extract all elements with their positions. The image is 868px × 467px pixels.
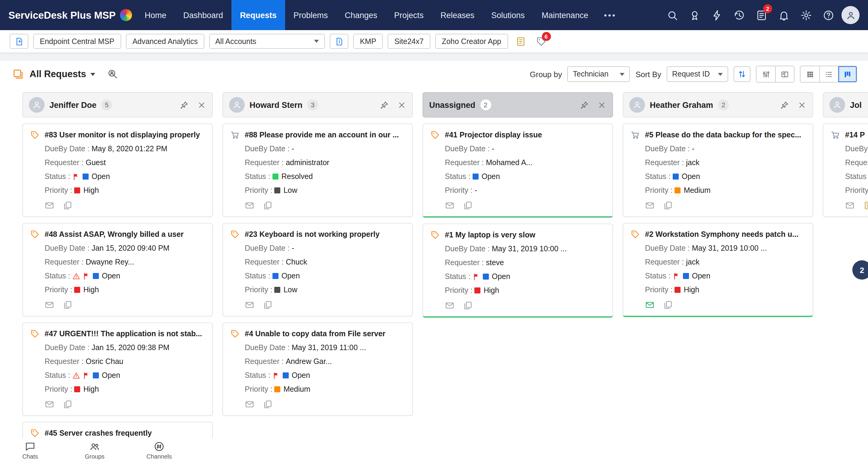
mail-icon[interactable] <box>44 400 54 409</box>
pin-icon[interactable] <box>580 100 589 110</box>
account-info-button[interactable] <box>330 34 348 49</box>
sort-by-dropdown[interactable]: Request ID <box>667 66 728 82</box>
pin-icon[interactable] <box>780 100 789 110</box>
mail-icon[interactable] <box>44 300 54 310</box>
add-document-button[interactable] <box>10 34 28 49</box>
user-avatar[interactable] <box>841 6 860 24</box>
dock-item-channels[interactable]: Channels <box>137 441 181 460</box>
card-title[interactable]: #83 User monitor is not displaying prope… <box>30 130 206 140</box>
request-card[interactable]: #48 Assist ASAP, Wrongly billed a user D… <box>22 223 213 316</box>
notes-button[interactable] <box>513 33 528 49</box>
card-title[interactable]: #4 Unable to copy data from File server <box>230 329 406 339</box>
close-icon[interactable] <box>397 100 406 110</box>
accounts-dropdown[interactable]: All Accounts <box>209 34 325 49</box>
nav-more-button[interactable]: ••• <box>597 10 624 20</box>
close-icon[interactable] <box>597 100 607 110</box>
advanced-analytics-button[interactable]: Advanced Analytics <box>126 34 204 49</box>
card-title[interactable]: #88 Please provide me an account in our … <box>230 130 406 140</box>
mail-icon[interactable] <box>645 300 655 310</box>
nav-item-requests[interactable]: Requests <box>231 0 285 30</box>
nav-item-maintenance[interactable]: Maintenance <box>533 0 597 30</box>
survey-icon[interactable]: 2 <box>752 6 770 24</box>
request-card[interactable]: #4 Unable to copy data from File server … <box>222 322 413 416</box>
copy-icon[interactable] <box>263 300 273 310</box>
dock-item-chats[interactable]: Chats <box>8 441 52 460</box>
copy-icon[interactable] <box>663 300 673 310</box>
view-title[interactable]: All Requests <box>30 69 86 80</box>
request-card[interactable]: #5 Please do the data backup for the spe… <box>623 124 813 217</box>
card-title[interactable]: #1 My laptop is very slow <box>430 230 607 240</box>
close-icon[interactable] <box>197 100 206 110</box>
tags-button[interactable]: 6 <box>533 33 549 49</box>
copy-icon[interactable] <box>463 301 472 310</box>
copy-icon[interactable] <box>63 400 72 409</box>
award-icon[interactable] <box>685 6 704 24</box>
card-title[interactable]: #48 Assist ASAP, Wrongly billed a user <box>30 229 206 239</box>
column-header[interactable]: Howard Stern 3 <box>222 92 413 118</box>
mail-icon[interactable] <box>245 201 254 210</box>
copy-icon[interactable] <box>663 201 673 210</box>
nav-item-solutions[interactable]: Solutions <box>483 0 533 30</box>
request-card[interactable]: #14 P DueBy Date : Requester : Status : … <box>823 124 868 217</box>
note-icon[interactable] <box>863 201 868 210</box>
card-title[interactable]: #14 P <box>831 130 868 140</box>
mail-icon[interactable] <box>845 201 855 210</box>
nav-item-dashboard[interactable]: Dashboard <box>175 0 231 30</box>
kmp-button[interactable]: KMP <box>353 34 383 49</box>
history-icon[interactable] <box>730 6 748 24</box>
mail-icon[interactable] <box>245 400 254 409</box>
mail-icon[interactable] <box>445 301 455 310</box>
request-card[interactable]: #23 Keyboard is not working properly Due… <box>222 223 413 316</box>
card-title[interactable]: #47 URGENT!!! The application is not sta… <box>30 329 206 339</box>
request-card[interactable]: #83 User monitor is not displaying prope… <box>22 124 213 217</box>
copy-icon[interactable] <box>263 201 273 210</box>
card-title[interactable]: #5 Please do the data backup for the spe… <box>630 130 807 140</box>
column-header[interactable]: Unassigned 2 <box>423 92 613 118</box>
mail-icon[interactable] <box>44 201 54 210</box>
search-icon[interactable] <box>663 6 681 24</box>
copy-icon[interactable] <box>463 201 472 210</box>
card-title[interactable]: #45 Server crashes frequently <box>30 429 206 438</box>
grid-view-button[interactable] <box>801 66 819 82</box>
close-icon[interactable] <box>798 100 807 110</box>
bolt-icon[interactable] <box>708 6 726 24</box>
mail-icon[interactable] <box>645 201 655 210</box>
request-card[interactable]: #47 URGENT!!! The application is not sta… <box>22 322 213 416</box>
column-header[interactable]: Jol <box>823 92 868 118</box>
endpoint-central-msp-button[interactable]: Endpoint Central MSP <box>33 34 121 49</box>
nav-item-changes[interactable]: Changes <box>336 0 386 30</box>
group-by-dropdown[interactable]: Technician <box>567 66 630 82</box>
sort-direction-button[interactable] <box>734 66 750 82</box>
nav-item-problems[interactable]: Problems <box>285 0 336 30</box>
filter-search-icon[interactable] <box>107 69 118 80</box>
request-card[interactable]: #1 My laptop is very slow DueBy Date : M… <box>423 223 613 317</box>
zoho-creator-app-button[interactable]: Zoho Creator App <box>435 34 508 49</box>
chevron-down-icon[interactable] <box>90 73 95 75</box>
copy-icon[interactable] <box>263 400 273 409</box>
bell-icon[interactable] <box>775 6 793 24</box>
column-header[interactable]: Heather Graham 2 <box>623 92 813 118</box>
filter-settings-button[interactable] <box>756 66 775 82</box>
site24x7-button[interactable]: Site24x7 <box>388 34 430 49</box>
copy-icon[interactable] <box>63 201 72 210</box>
request-card[interactable]: #2 Workstation Symphony needs patch u...… <box>623 223 813 317</box>
nav-item-releases[interactable]: Releases <box>432 0 483 30</box>
nav-item-home[interactable]: Home <box>136 0 175 30</box>
card-title[interactable]: #23 Keyboard is not working properly <box>230 229 406 239</box>
dock-item-groups[interactable]: Groups <box>73 441 116 460</box>
request-card[interactable]: #41 Projector display issue DueBy Date :… <box>423 124 613 218</box>
mail-icon[interactable] <box>445 201 455 210</box>
gear-icon[interactable] <box>797 6 815 24</box>
column-header[interactable]: Jeniffer Doe 5 <box>22 92 213 118</box>
copy-icon[interactable] <box>63 300 72 310</box>
list-view-button[interactable] <box>819 66 838 82</box>
help-icon[interactable] <box>819 6 837 24</box>
mail-icon[interactable] <box>245 300 254 310</box>
kanban-view-button[interactable] <box>838 66 857 82</box>
add-column-button[interactable] <box>775 66 794 82</box>
pin-icon[interactable] <box>380 100 389 110</box>
brand-logo[interactable]: ServiceDesk Plus MSP <box>8 9 136 21</box>
request-card[interactable]: #88 Please provide me an account in our … <box>222 124 413 217</box>
card-title[interactable]: #41 Projector display issue <box>430 130 607 140</box>
card-title[interactable]: #2 Workstation Symphony needs patch u... <box>630 229 807 239</box>
